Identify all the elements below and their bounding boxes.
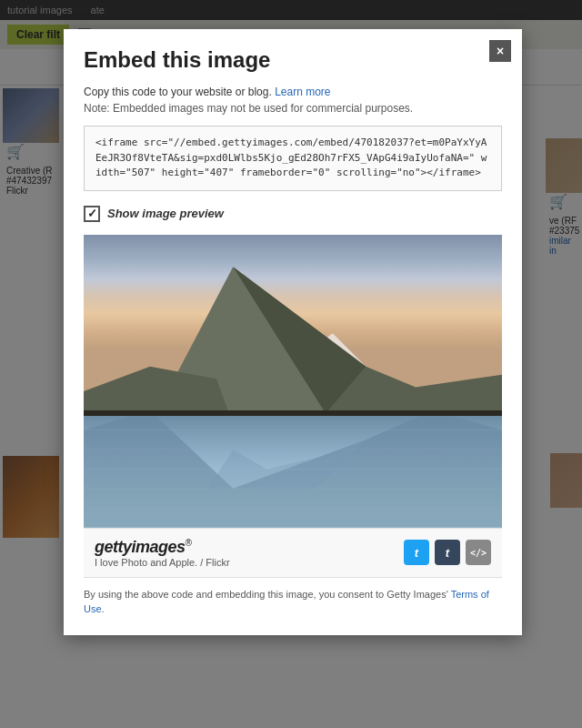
terms-text: By using the above code and embedding th…: [84, 587, 502, 617]
image-preview: [84, 235, 502, 528]
modal-title: Embed this image: [84, 47, 502, 73]
getty-subtitle: I love Photo and Apple. / Flickr: [95, 557, 230, 568]
embed-code-box[interactable]: <iframe src="//embed.gettyimages.com/emb…: [84, 126, 502, 191]
modal-description: Copy this code to your website or blog. …: [84, 86, 502, 98]
embed-icon: </>: [470, 548, 487, 558]
social-icons: t t </>: [404, 540, 491, 565]
checkbox-checkmark: ✓: [87, 207, 97, 219]
tumblr-icon: t: [446, 546, 449, 560]
getty-logo: gettyimages®: [95, 538, 230, 557]
show-preview-label: Show image preview: [107, 207, 224, 220]
land-strip: [84, 410, 502, 416]
close-button[interactable]: ×: [489, 40, 511, 62]
learn-more-link[interactable]: Learn more: [275, 86, 330, 98]
tumblr-button[interactable]: t: [435, 540, 460, 565]
show-preview-row: ✓ Show image preview: [84, 206, 502, 222]
mountain-svg: [84, 258, 502, 425]
show-preview-checkbox[interactable]: ✓: [84, 206, 100, 222]
twitter-button[interactable]: t: [404, 540, 429, 565]
twitter-icon: t: [415, 546, 418, 560]
modal-note: Note: Embedded images may not be used fo…: [84, 102, 502, 115]
footer-divider: [84, 577, 502, 578]
preview-water: [84, 410, 502, 528]
getty-footer: gettyimages® I love Photo and Apple. / F…: [84, 528, 502, 577]
getty-logo-area: gettyimages® I love Photo and Apple. / F…: [95, 538, 230, 568]
embed-code-button[interactable]: </>: [466, 540, 491, 565]
embed-modal: × Embed this image Copy this code to you…: [64, 29, 522, 635]
